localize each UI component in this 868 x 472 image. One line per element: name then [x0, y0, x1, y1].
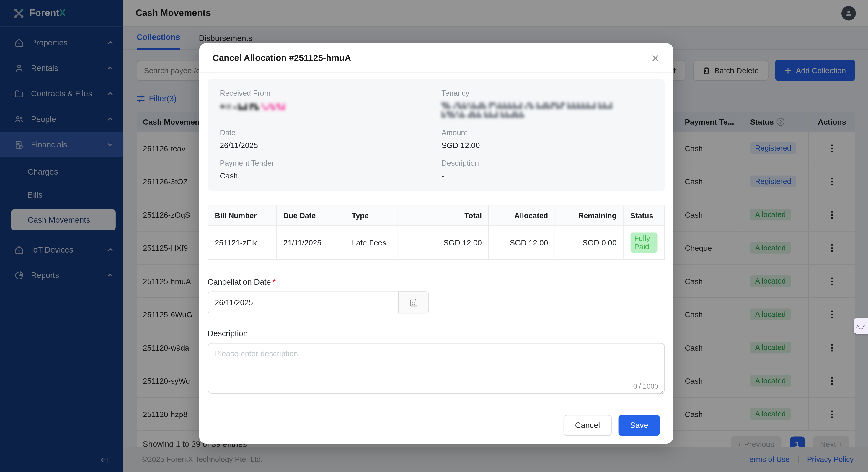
col-type: Type: [345, 206, 397, 226]
bill-table-row: 251121-zFlk 21/11/2025 Late Fees SGD 12.…: [208, 226, 664, 259]
tenancy-field: Tenancy ▜▙ ▞▙▙▚▙▟▙ ▛▚▙▙▙▙▟ ▞▙ ▙▟▙▛▙▛ ▙▙▙…: [441, 89, 652, 119]
bill-number-cell: 251121-zFlk: [208, 226, 276, 259]
description-textarea[interactable]: [208, 343, 665, 394]
modal-body: Received From �囲▲▙▟ ▛▙ ▚▞▙▜▟ Tenancy ▜▙ …: [199, 73, 673, 396]
description-textarea-wrap: 0 / 1000: [208, 343, 665, 396]
calendar-picker-button[interactable]: [398, 291, 429, 314]
col-remaining: Remaining: [555, 206, 624, 226]
col-status: Status: [624, 206, 664, 226]
col-total: Total: [397, 206, 489, 226]
received-from-label: Received From: [220, 89, 441, 97]
col-due-date: Due Date: [276, 206, 345, 226]
received-from-field: Received From �囲▲▙▟ ▛▙ ▚▞▙▜▟: [220, 89, 441, 119]
description-label: Description: [441, 159, 652, 167]
cancellation-date-input[interactable]: [208, 291, 398, 314]
calendar-icon: [409, 298, 418, 307]
date-value: 26/11/2025: [220, 141, 441, 149]
received-from-value-redacted: �囲▲▙▟ ▛▙ ▚▞▙▜▟: [220, 101, 441, 111]
character-counter: 0 / 1000: [633, 383, 658, 390]
description-field: Description -: [441, 159, 652, 180]
type-cell: Late Fees: [345, 226, 397, 259]
date-label: Date: [220, 128, 441, 137]
allocated-cell: SGD 12.00: [489, 226, 555, 259]
description-value: -: [441, 171, 652, 180]
total-cell: SGD 12.00: [397, 226, 489, 259]
close-icon[interactable]: [651, 54, 660, 63]
save-button[interactable]: Save: [618, 415, 660, 436]
tenancy-value-redacted: ▜▙ ▞▙▙▚▙▟▙ ▛▚▙▙▙▙▟ ▞▙ ▙▟▙▛▙▛ ▙▙▙▙▙▟ ▙▙▟ …: [441, 101, 652, 119]
amount-label: Amount: [441, 128, 652, 137]
col-bill-number: Bill Number: [208, 206, 276, 226]
modal-description-label: Description: [208, 329, 665, 338]
allocation-info-panel: Received From �囲▲▙▟ ▛▙ ▚▞▙▜▟ Tenancy ▜▙ …: [208, 79, 665, 191]
required-asterisk: *: [273, 277, 276, 286]
modal-footer: Cancel Save: [199, 396, 673, 444]
floating-feedback-widget[interactable]: >‿<: [854, 318, 868, 334]
face-glyph: >‿<: [856, 323, 865, 329]
cancellation-date-group: [208, 291, 429, 314]
due-date-cell: 21/11/2025: [276, 226, 345, 259]
app-root: ForentX Properties Rentals Contracts & F…: [0, 0, 868, 472]
bill-table-header-row: Bill Number Due Date Type Total Allocate…: [208, 206, 664, 226]
tenancy-label: Tenancy: [441, 89, 652, 97]
cancel-button[interactable]: Cancel: [563, 415, 612, 436]
cancellation-date-label: Cancellation Date*: [208, 277, 665, 286]
date-field: Date 26/11/2025: [220, 128, 441, 149]
resize-grip-icon[interactable]: [658, 389, 664, 395]
remaining-cell: SGD 0.00: [555, 226, 624, 259]
payment-tender-value: Cash: [220, 171, 441, 180]
col-allocated: Allocated: [489, 206, 555, 226]
modal-title: Cancel Allocation #251125-hmuA: [213, 53, 351, 63]
cancel-allocation-modal: Cancel Allocation #251125-hmuA Received …: [199, 43, 673, 444]
amount-field: Amount SGD 12.00: [441, 128, 652, 149]
amount-value: SGD 12.00: [441, 141, 652, 149]
payment-tender-field: Payment Tender Cash: [220, 159, 441, 180]
payment-tender-label: Payment Tender: [220, 159, 441, 167]
bill-status-cell: Fully Paid: [624, 226, 664, 259]
fully-paid-badge: Fully Paid: [630, 233, 657, 253]
modal-header: Cancel Allocation #251125-hmuA: [199, 43, 673, 72]
bill-allocation-table: Bill Number Due Date Type Total Allocate…: [208, 206, 665, 260]
